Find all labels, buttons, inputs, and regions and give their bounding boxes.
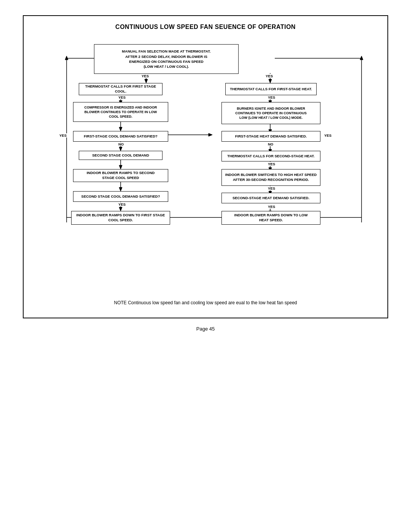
cool-blower-down-text: INDOOR BLOWER RAMPS DOWN TO FIRST STAGE …: [76, 213, 165, 223]
yes-label-cool2: YES: [118, 95, 126, 99]
note-text: NOTE Continuous low speed fan and coolin…: [35, 299, 376, 306]
cool-first-satisfied-box: FIRST-STAGE COOL DEMAND SATISFIED?: [73, 131, 168, 142]
svg-marker-3: [269, 79, 272, 83]
heat-second-call-text: THERMOSTAT CALLS FOR SECOND-STAGE HEAT.: [227, 154, 314, 159]
cool-second-demand-box: SECOND STAGE COOL DEMAND: [79, 151, 162, 160]
heat-blower-high-box: INDOOR BLOWER SWITCHES TO HIGH HEAT SPEE…: [221, 169, 320, 186]
cool-first-call-text: THERMOSTAT CALLS FOR FIRST STAGE COOL.: [81, 84, 160, 94]
svg-marker-9: [119, 147, 122, 151]
yes-label-heat5: YES: [267, 204, 276, 209]
compressor-text: COMPRESSOR IS ENERGIZED AND INDOOR BLOWE…: [84, 105, 157, 119]
heat-first-call-box: THERMOSTAT CALLS FOR FIRST-STAGE HEAT.: [225, 83, 317, 95]
arrows-svg: [35, 37, 376, 296]
cool-first-satisfied-text: FIRST-STAGE COOL DEMAND SATISFIED?: [84, 134, 158, 139]
cool-blower-ramps-text: INDOOR BLOWER RAMPS TO SECOND STAGE COOL…: [87, 171, 155, 181]
heat-blower-high-text: INDOOR BLOWER SWITCHES TO HIGH HEAT SPEE…: [225, 173, 317, 182]
cool-second-satisfied-box: SECOND STAGE COOL DEMAND SATISFIED?: [73, 191, 168, 202]
top-box-text: MANUAL FAN SELECTION MADE AT THERMOSTAT.…: [122, 49, 210, 69]
heat-first-call-text: THERMOSTAT CALLS FOR FIRST-STAGE HEAT.: [230, 87, 312, 92]
yes-label-cool: YES: [141, 74, 150, 78]
cool-second-satisfied-text: SECOND STAGE COOL DEMAND SATISFIED?: [81, 194, 160, 199]
heat-blower-low-box: INDOOR BLOWER RAMPS DOWN TO LOW HEAT SPE…: [221, 211, 320, 225]
heat-first-satisfied-text: FIRST-STAGE HEAT DEMAND SATISFIED.: [235, 134, 307, 139]
yes-label-heat: YES: [265, 74, 274, 78]
cool-blower-down-box: INDOOR BLOWER RAMPS DOWN TO FIRST STAGE …: [71, 211, 170, 225]
svg-marker-15: [119, 207, 122, 211]
burners-box: BURNERS IGNITE AND INDOOR BLOWER CONTINU…: [221, 102, 320, 124]
cool-second-demand-text: SECOND STAGE COOL DEMAND: [92, 153, 149, 158]
cool-first-call-box: THERMOSTAT CALLS FOR FIRST STAGE COOL.: [79, 83, 162, 95]
page-number: Page 45: [196, 326, 215, 332]
svg-marker-33: [360, 56, 363, 60]
yes-label-left: YES: [59, 133, 67, 137]
burners-text: BURNERS IGNITE AND INDOOR BLOWER CONTINU…: [235, 106, 307, 120]
svg-marker-7: [119, 127, 122, 131]
svg-marker-17: [65, 56, 68, 60]
yes-label-heat2: YES: [267, 95, 276, 99]
top-box: MANUAL FAN SELECTION MADE AT THERMOSTAT.…: [94, 44, 239, 74]
no-label-cool: NO: [118, 142, 124, 146]
yes-label-right: YES: [323, 133, 332, 137]
svg-marker-1: [145, 79, 148, 83]
heat-second-satisfied-box: SECOND-STAGE HEAT DEMAND SATISFIED.: [221, 193, 320, 203]
heat-second-call-box: THERMOSTAT CALLS FOR SECOND-STAGE HEAT.: [221, 151, 320, 161]
heat-second-satisfied-text: SECOND-STAGE HEAT DEMAND SATISFIED.: [233, 196, 309, 201]
cool-blower-ramps-box: INDOOR BLOWER RAMPS TO SECOND STAGE COOL…: [73, 169, 168, 182]
heat-first-satisfied-box: FIRST-STAGE HEAT DEMAND SATISFIED.: [221, 131, 320, 142]
no-label-heat: NO: [267, 142, 274, 146]
svg-marker-11: [119, 165, 122, 169]
diagram-title: CONTINUOUS LOW SPEED FAN SEUENCE OF OPER…: [35, 24, 376, 30]
yes-label-cool3: YES: [118, 202, 126, 206]
flowchart-diagram: MANUAL FAN SELECTION MADE AT THERMOSTAT.…: [35, 37, 376, 296]
heat-blower-low-text: INDOOR BLOWER RAMPS DOWN TO LOW HEAT SPE…: [234, 213, 308, 223]
svg-marker-37: [209, 133, 212, 136]
page-container: CONTINUOUS LOW SPEED FAN SEUENCE OF OPER…: [23, 15, 388, 318]
svg-marker-13: [119, 187, 122, 191]
compressor-box: COMPRESSOR IS ENERGIZED AND INDOOR BLOWE…: [73, 102, 168, 122]
yes-label-heat4: YES: [267, 186, 276, 190]
yes-label-heat3: YES: [267, 162, 276, 166]
